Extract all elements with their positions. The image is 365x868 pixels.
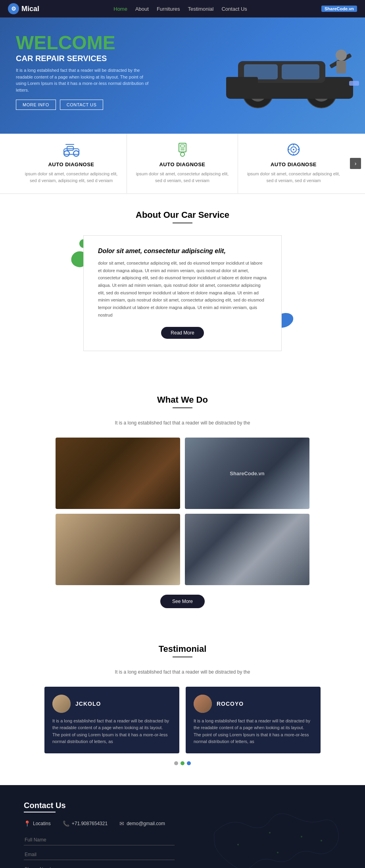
svg-point-34: [321, 840, 322, 841]
service-icon-1: [61, 142, 81, 157]
contact-phone: 📞 +71.9087654321: [63, 820, 108, 827]
svg-point-26: [293, 149, 294, 150]
email-icon: ✉: [119, 820, 124, 827]
service-card-3: AUTO DIAGNOSE ipsum dolor sit amet, cons…: [238, 134, 349, 193]
gallery-item-engine: [56, 438, 180, 509]
svg-rect-10: [349, 81, 359, 86]
see-more-button[interactable]: See More: [160, 595, 205, 608]
nav-furnitures[interactable]: Furnitures: [157, 6, 180, 12]
contact-location: 📍 Locatins: [24, 820, 51, 827]
partner-logo: ShareCode.vn: [321, 6, 357, 12]
brand-logo: ⚙ Mical: [8, 3, 39, 14]
navbar: ⚙ Mical Home About Furnitures Testimonia…: [0, 0, 365, 17]
dot-2[interactable]: [181, 761, 184, 765]
service-card-2: AUTO DIAGNOSE ipsum dolor sit amet, cons…: [127, 134, 238, 193]
nav-menu: Home About Furnitures Testimonial Contac…: [113, 5, 247, 12]
brand-name: Mical: [21, 5, 39, 13]
what-we-do-title: What We Do: [32, 395, 333, 405]
hero-car-image: [186, 17, 365, 113]
share-code-badge: ShareCode.vn: [321, 6, 357, 12]
services-row: AUTO DIAGNOSE ipsum dolor sit amet, cons…: [0, 134, 365, 194]
contact-location-text: Locatins: [33, 821, 51, 826]
testimonial-cards: JCKOLO It is a long established fact tha…: [24, 687, 341, 753]
nav-about[interactable]: About: [135, 6, 149, 12]
world-map: [206, 801, 341, 868]
test-text-1: It is a long established fact that a rea…: [52, 718, 171, 745]
service-desc-3: ipsum dolor sit amet, consectetur adipis…: [246, 171, 341, 184]
hero-welcome: WELCOME: [16, 33, 175, 52]
test-card-header-1: JCKOLO: [52, 695, 171, 713]
dot-3[interactable]: [187, 761, 191, 765]
location-icon: 📍: [24, 820, 31, 827]
svg-point-14: [73, 151, 79, 156]
svg-rect-15: [64, 149, 79, 154]
test-name-2: ROCOYO: [217, 701, 244, 707]
about-card-title: Dolor sit amet, consectetur adipiscing e…: [98, 248, 267, 255]
test-name-1: JCKOLO: [75, 701, 101, 707]
about-divider: [173, 223, 192, 223]
service-card-1: AUTO DIAGNOSE ipsum dolor sit amet, cons…: [16, 134, 127, 193]
svg-point-32: [269, 832, 271, 833]
svg-rect-19: [181, 145, 184, 147]
about-title: About Our Car Service: [16, 210, 349, 220]
svg-rect-9: [226, 77, 258, 85]
nav-home[interactable]: Home: [113, 6, 127, 12]
hero-buttons: MORE INFO CONTACT US: [16, 100, 175, 110]
contact-email-input[interactable]: [24, 849, 175, 860]
service-icon-3: [284, 142, 304, 157]
svg-point-11: [336, 50, 347, 61]
testimonial-subtitle: It is a long established fact that a rea…: [24, 669, 341, 675]
contact-phone-input[interactable]: [24, 864, 175, 868]
svg-point-13: [64, 151, 69, 156]
svg-rect-17: [65, 144, 74, 145]
testimonial-dots: [24, 761, 341, 765]
service-icon-2: [173, 142, 192, 157]
phone-icon: 📞: [63, 820, 69, 827]
avatar-2: [194, 695, 212, 713]
gallery-item-gear: [185, 514, 309, 585]
hero-subtitle: CAR REPAIR SERVICES: [16, 54, 175, 63]
svg-rect-7: [282, 64, 319, 79]
more-info-button[interactable]: MORE INFO: [16, 100, 56, 110]
avatar-1: [52, 695, 71, 713]
hero-description: It is a long established fact that a rea…: [16, 67, 151, 93]
nav-testimonial[interactable]: Testimonial: [188, 6, 213, 12]
testimonial-section: Testimonial It is a long established fac…: [0, 628, 365, 785]
test-card-header-2: ROCOYO: [194, 695, 313, 713]
nav-contact[interactable]: Contact Us: [221, 6, 247, 12]
contact-phone-text: +71.9087654321: [72, 821, 108, 826]
about-box: Dolor sit amet, consectetur adipiscing e…: [83, 235, 282, 351]
svg-point-33: [301, 836, 302, 837]
what-we-do-section: What We Do It is a long established fact…: [0, 379, 365, 628]
service-desc-1: ipsum dolor sit amet, consectetur adipis…: [24, 171, 119, 184]
about-section: About Our Car Service Dolor sit amet, co…: [0, 194, 365, 379]
brand-icon: ⚙: [8, 3, 19, 14]
svg-point-31: [237, 844, 239, 845]
services-next-button[interactable]: ›: [350, 158, 361, 169]
svg-rect-12: [336, 61, 346, 73]
svg-point-35: [277, 852, 279, 853]
hero-content: WELCOME CAR REPAIR SERVICES It is a long…: [16, 33, 175, 110]
hero-section: WELCOME CAR REPAIR SERVICES It is a long…: [0, 17, 365, 134]
dot-1[interactable]: [174, 761, 178, 765]
service-title-2: AUTO DIAGNOSE: [135, 161, 230, 167]
contact-email-text: demo@gmail.com: [127, 821, 165, 826]
contact-form: SEND: [24, 835, 175, 868]
about-card-body: dolor sit amet, consectetur adipiscing e…: [98, 259, 267, 319]
testimonial-title: Testimonial: [24, 644, 341, 654]
svg-point-22: [181, 152, 184, 156]
testimonial-card-1: JCKOLO It is a long established fact tha…: [44, 687, 179, 753]
contact-fullname-input[interactable]: [24, 835, 175, 845]
testimonial-divider: [173, 657, 192, 657]
contact-us-hero-button[interactable]: CONTACT US: [60, 100, 104, 110]
service-title-3: AUTO DIAGNOSE: [246, 161, 341, 167]
contact-underline: [24, 812, 56, 812]
contact-email: ✉ demo@gmail.com: [119, 820, 165, 827]
watermark-1: ShareCode.vn: [230, 470, 264, 476]
testimonial-card-2: ROCOYO It is a long established fact tha…: [186, 687, 321, 753]
about-card: Dolor sit amet, consectetur adipiscing e…: [83, 235, 282, 351]
gallery-item-brake: [56, 514, 180, 585]
read-more-button[interactable]: Read More: [161, 327, 204, 339]
test-text-2: It is a long established fact that a rea…: [194, 718, 313, 745]
service-desc-2: ipsum dolor sit amet, consectetur adipis…: [135, 171, 230, 184]
